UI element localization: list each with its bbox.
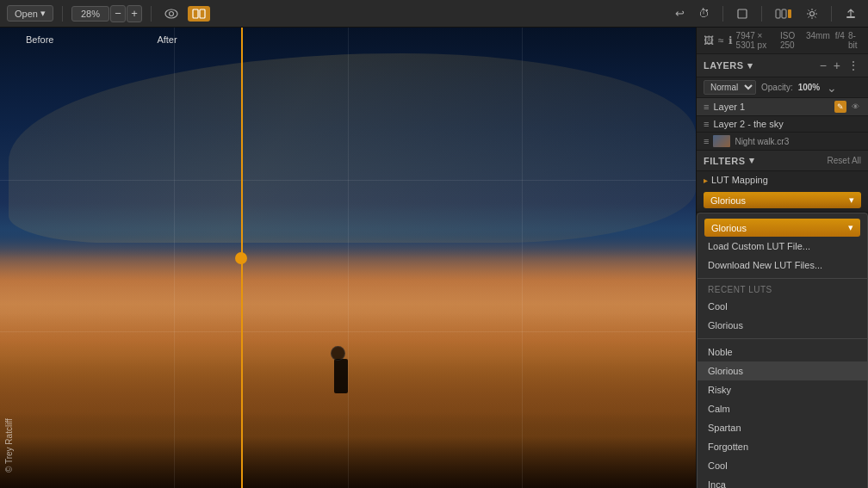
svg-rect-3 bbox=[200, 9, 205, 18]
layer-item-1[interactable]: ≡ Layer 1 ✎ 👁 bbox=[697, 98, 868, 116]
lut-dropdown-arrow: ▾ bbox=[849, 195, 854, 206]
undo-button[interactable]: ↩ bbox=[671, 4, 689, 22]
info-circle-icon[interactable]: ℹ bbox=[728, 34, 733, 46]
gear-icon bbox=[806, 8, 818, 20]
opacity-value: 100% bbox=[798, 83, 821, 92]
settings-button[interactable] bbox=[802, 5, 822, 22]
lut-item-noble[interactable]: Noble bbox=[698, 343, 867, 361]
view-toggle-button[interactable] bbox=[160, 4, 183, 23]
load-custom-lut-item[interactable]: Load Custom LUT File... bbox=[698, 237, 867, 256]
panels-button[interactable] bbox=[771, 6, 797, 22]
zoom-group: 28% − + bbox=[71, 5, 142, 22]
compare-button[interactable] bbox=[188, 6, 210, 22]
open-group: Open bbox=[7, 5, 53, 22]
svg-point-1 bbox=[169, 11, 173, 15]
svg-point-8 bbox=[810, 11, 815, 15]
photo-background bbox=[0, 28, 696, 488]
layer-eye-badge-1[interactable]: 👁 bbox=[849, 101, 861, 113]
lut-item-inca[interactable]: Inca bbox=[698, 475, 867, 488]
zoom-plus-button[interactable]: + bbox=[127, 5, 142, 22]
recent-luts-label: RECENT LUTS bbox=[698, 282, 867, 297]
dropdown-divider-1 bbox=[698, 278, 867, 279]
svg-rect-9 bbox=[846, 16, 855, 18]
history-button[interactable]: ⏱ bbox=[694, 4, 714, 22]
watermark: © Trey Ratcliff bbox=[4, 418, 14, 473]
tone-curve-icon[interactable]: ≈ bbox=[718, 34, 724, 46]
lut-item-cool[interactable]: Cool bbox=[698, 456, 867, 475]
zoom-display: 28% bbox=[71, 6, 109, 22]
crop-button[interactable] bbox=[732, 5, 753, 22]
canvas-area: Before After bbox=[0, 28, 696, 488]
panels-icon bbox=[775, 9, 792, 19]
eye-icon bbox=[164, 7, 178, 21]
info-icons: 🖼 ≈ ℹ bbox=[704, 34, 733, 46]
layer-name-1: Layer 1 bbox=[713, 102, 830, 112]
lut-selected-arrow: ▾ bbox=[848, 222, 853, 233]
file-row: ≡ Night walk.cr3 bbox=[697, 133, 868, 151]
layers-minus-button[interactable]: − bbox=[818, 59, 828, 72]
water-reflection bbox=[0, 402, 696, 488]
bit-depth: 8-bit bbox=[848, 31, 861, 50]
file-icon: ≡ bbox=[704, 136, 709, 146]
layers-plus-button[interactable]: + bbox=[832, 59, 842, 72]
zoom-minus-button[interactable]: − bbox=[110, 5, 126, 22]
lut-item-forgotten[interactable]: Forgotten bbox=[698, 437, 867, 456]
opacity-label: Opacity: bbox=[761, 83, 793, 92]
umbrella-shape bbox=[331, 346, 345, 361]
split-handle[interactable] bbox=[235, 252, 247, 264]
lut-item-glorious[interactable]: Glorious bbox=[698, 361, 867, 380]
dimensions: 7947 × 5301 px bbox=[736, 31, 775, 50]
layers-more-button[interactable]: ⋮ bbox=[846, 59, 861, 72]
lut-filter-section: LUT Mapping Glorious ▾ Glorious ▾ Load C… bbox=[697, 171, 868, 213]
opacity-chevron[interactable]: ⌄ bbox=[825, 81, 839, 95]
main-area: Before After bbox=[0, 28, 868, 488]
layers-opacity-row: Normal Opacity: 100% ⌄ bbox=[697, 77, 868, 98]
layers-header: LAYERS − + ⋮ bbox=[697, 54, 868, 77]
lut-filter-name: LUT Mapping bbox=[711, 175, 768, 185]
separator-3 bbox=[722, 6, 723, 22]
blend-mode-select[interactable]: Normal bbox=[704, 80, 756, 95]
filters-header: FILTERS Reset All bbox=[697, 151, 868, 171]
lut-item-calm[interactable]: Calm bbox=[698, 399, 867, 418]
lut-item-risky[interactable]: Risky bbox=[698, 380, 867, 399]
file-name: Night walk.cr3 bbox=[735, 137, 789, 146]
layer-visibility-icon-1: ≡ bbox=[704, 102, 709, 112]
download-new-lut-item[interactable]: Download New LUT Files... bbox=[698, 256, 867, 275]
layer-name-2: Layer 2 - the sky bbox=[713, 119, 861, 129]
reset-all-button[interactable]: Reset All bbox=[828, 156, 861, 165]
open-button[interactable]: Open bbox=[7, 5, 53, 22]
file-thumbnail bbox=[713, 135, 730, 147]
recent-lut-glorious[interactable]: Glorious bbox=[698, 316, 867, 335]
export-button[interactable] bbox=[840, 5, 861, 22]
image-icon[interactable]: 🖼 bbox=[704, 34, 714, 46]
layer-visibility-icon-2: ≡ bbox=[704, 119, 709, 129]
svg-rect-6 bbox=[782, 9, 786, 18]
export-icon bbox=[845, 8, 857, 20]
lut-item-spartan[interactable]: Spartan bbox=[698, 418, 867, 437]
separator-5 bbox=[831, 6, 832, 22]
panel-meta-info: 🖼 ≈ ℹ 7947 × 5301 px ISO 250 34mm f/4 8-… bbox=[697, 28, 868, 54]
focal-info: 34mm bbox=[806, 31, 830, 50]
aperture-info: f/4 bbox=[835, 31, 845, 50]
separator-1 bbox=[62, 6, 63, 22]
lut-dropdown-button[interactable]: Glorious ▾ bbox=[704, 192, 861, 208]
layer-item-2[interactable]: ≡ Layer 2 - the sky bbox=[697, 116, 868, 133]
lut-arrow-icon bbox=[704, 176, 708, 185]
layer-edit-badge-1[interactable]: ✎ bbox=[834, 101, 846, 113]
filters-title: FILTERS bbox=[704, 155, 754, 166]
svg-rect-5 bbox=[776, 9, 780, 18]
top-toolbar: Open 28% − + ↩ ⏱ bbox=[0, 0, 868, 28]
recent-lut-cool[interactable]: Cool bbox=[698, 297, 867, 316]
separator-4 bbox=[761, 6, 762, 22]
lut-dropdown-menu: Glorious ▾ Load Custom LUT File... Downl… bbox=[697, 213, 868, 488]
lut-selected-label: Glorious bbox=[711, 223, 747, 233]
crop-icon bbox=[736, 8, 748, 20]
layer-badges-1: ✎ 👁 bbox=[834, 101, 861, 113]
meta-info: 7947 × 5301 px ISO 250 34mm f/4 bbox=[736, 31, 845, 50]
lut-selected-btn[interactable]: Glorious ▾ bbox=[704, 219, 860, 237]
svg-rect-2 bbox=[193, 9, 198, 18]
dropdown-divider-2 bbox=[698, 338, 867, 339]
lut-section-header[interactable]: LUT Mapping bbox=[697, 171, 868, 188]
lut-current-value: Glorious bbox=[710, 195, 746, 206]
compare-icon bbox=[192, 9, 206, 19]
